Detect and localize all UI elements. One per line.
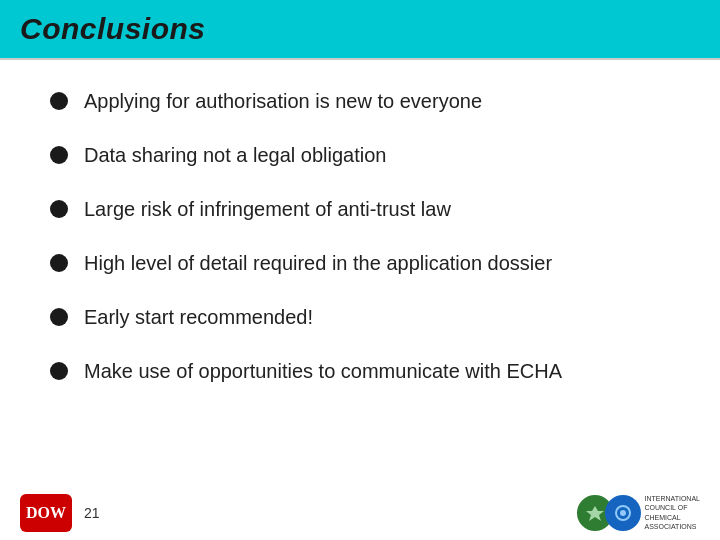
bullet-dot [50,254,68,272]
list-item: Applying for authorisation is new to eve… [50,88,680,114]
bullet-text: Early start recommended! [84,304,680,330]
echa-logo: INTERNATIONAL COUNCIL OF CHEMICAL ASSOCI… [577,494,701,530]
list-item: Data sharing not a legal obligation [50,142,680,168]
bullet-text: Make use of opportunities to communicate… [84,358,680,384]
list-item: High level of detail required in the app… [50,250,680,276]
bullet-dot [50,362,68,380]
bullet-text: Large risk of infringement of anti-trust… [84,196,680,222]
bullet-text: Applying for authorisation is new to eve… [84,88,680,114]
bullet-dot [50,92,68,110]
list-item: Large risk of infringement of anti-trust… [50,196,680,222]
page-number: 21 [84,505,100,521]
header-bar: Conclusions [0,0,720,58]
echa-circle-blue [605,495,641,531]
bullet-dot [50,146,68,164]
bullet-text: High level of detail required in the app… [84,250,680,276]
list-item: Make use of opportunities to communicate… [50,358,680,384]
list-item: Early start recommended! [50,304,680,330]
dow-logo: DOW [20,494,72,532]
page-title: Conclusions [20,12,206,46]
dow-logo-text: DOW [26,504,66,522]
content-area: Applying for authorisation is new to eve… [0,60,720,432]
svg-point-1 [620,510,626,516]
footer-left: DOW 21 [20,494,100,532]
bullet-dot [50,200,68,218]
bullet-dot [50,308,68,326]
echa-text-block: INTERNATIONAL COUNCIL OF CHEMICAL ASSOCI… [645,494,701,530]
bullet-text: Data sharing not a legal obligation [84,142,680,168]
footer: DOW 21 INTERNATIONAL [0,485,720,540]
footer-right: INTERNATIONAL COUNCIL OF CHEMICAL ASSOCI… [577,494,701,530]
